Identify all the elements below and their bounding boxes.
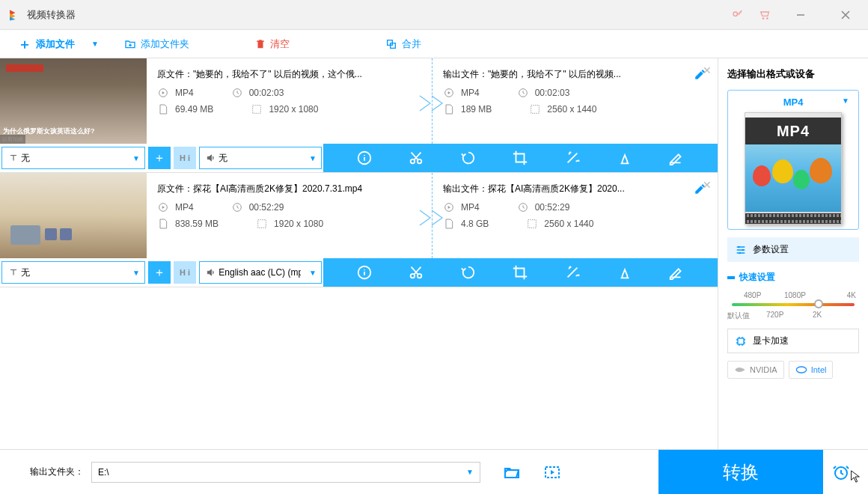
side-panel: 选择输出格式或设备 MP4▼ MP4 参数设置 快速设置 480P [718, 58, 868, 449]
chevron-down-icon: ▼ [842, 97, 849, 105]
add-file-dropdown[interactable]: ▼ [85, 40, 105, 48]
output-folder-select[interactable]: E:\▼ [91, 462, 480, 483]
crop-icon[interactable] [512, 264, 528, 281]
svg-point-14 [738, 246, 740, 248]
source-filename: 探花【AI高清画质2K修复】2020.7.31.mp4 [193, 183, 362, 195]
side-title: 选择输出格式或设备 [727, 67, 859, 81]
sliders-icon [735, 244, 747, 256]
titlebar: 视频转换器 [0, 0, 868, 30]
subtitle-select[interactable]: 无▼ [1, 261, 145, 284]
plus-icon: ＋ [18, 35, 31, 53]
text-icon [8, 153, 19, 163]
remove-item-button[interactable]: ✕ [703, 64, 712, 76]
arrow-divider-icon [418, 94, 445, 112]
output-filename: 探花【AI高清画质2K修复】2020... [488, 183, 625, 195]
info-icon[interactable] [356, 264, 373, 281]
main-toolbar: ＋添加文件 ▼ 添加文件夹 清空 合并 [0, 30, 868, 58]
params-button[interactable]: 参数设置 [727, 237, 859, 262]
key-icon[interactable] [732, 9, 744, 21]
nvidia-icon [734, 365, 746, 374]
thumbnail[interactable]: 为什么俄罗斯女孩英语这么好? 以前拍摄 [0, 58, 147, 144]
add-subtitle-button[interactable]: ＋ [148, 147, 171, 169]
watermark-icon[interactable] [617, 150, 633, 166]
open-folder-icon[interactable] [503, 463, 521, 481]
merge-button[interactable]: 合并 [375, 30, 432, 58]
format-icon [157, 87, 169, 99]
output-folder-label: 输出文件夹： [30, 466, 84, 478]
effects-icon[interactable] [564, 150, 581, 166]
browse-video-icon[interactable] [543, 463, 561, 481]
quality-slider[interactable]: 480P 1080P 4K 默认值 720P 2K [727, 291, 859, 321]
intel-icon [795, 365, 807, 374]
remove-item-button[interactable]: ✕ [703, 179, 712, 191]
nvidia-chip[interactable]: NVIDIA [727, 361, 784, 379]
item-action-bar: 无▼ ＋ H i 无▼ [0, 144, 718, 172]
resolution-icon [251, 103, 263, 115]
add-file-button[interactable]: ＋添加文件 [7, 30, 85, 58]
quick-settings: 快速设置 480P 1080P 4K 默认值 720P 2K [727, 271, 859, 321]
bottom-bar: 输出文件夹： E:\▼ 转换 [0, 449, 868, 494]
chevron-down-icon: ▼ [309, 154, 317, 162]
output-format-card[interactable]: MP4▼ MP4 [727, 90, 859, 230]
bullet-icon [727, 276, 735, 279]
chevron-down-icon: ▼ [466, 468, 474, 476]
clear-button[interactable]: 清空 [245, 30, 300, 58]
format-preview: MP4 [745, 112, 842, 225]
clock-icon [231, 87, 243, 99]
svg-point-18 [796, 367, 806, 373]
cut-icon[interactable] [408, 264, 424, 281]
watermark-icon[interactable] [617, 264, 633, 281]
item-action-bar: 无▼ ＋ H i English aac (LC) (mp▼ [0, 258, 718, 287]
chip-icon [735, 335, 747, 347]
folder-plus-icon [124, 38, 136, 50]
file-icon [157, 103, 169, 115]
intel-chip[interactable]: Intel [789, 361, 834, 379]
add-folder-button[interactable]: 添加文件夹 [114, 30, 200, 58]
source-filename: "她要的，我给不了" 以后的视频，这个俄... [193, 68, 362, 81]
resolution-icon [529, 103, 541, 115]
subtitle-select[interactable]: 无▼ [1, 147, 145, 169]
cart-icon[interactable] [759, 9, 771, 21]
thumbnail[interactable] [0, 173, 147, 258]
hi-toggle-button[interactable]: H i [174, 261, 196, 284]
hi-toggle-button[interactable]: H i [174, 147, 196, 169]
audio-select[interactable]: 无▼ [199, 147, 322, 169]
audio-select[interactable]: English aac (LC) (mp▼ [199, 261, 322, 284]
chevron-down-icon: ▼ [132, 154, 140, 162]
arrow-divider-icon [418, 209, 445, 227]
svg-point-15 [742, 248, 744, 251]
trash-icon [255, 38, 266, 50]
app-title: 视频转换器 [27, 8, 732, 22]
rotate-icon[interactable] [460, 150, 477, 166]
rotate-icon[interactable] [460, 264, 477, 281]
alarm-clock-icon [832, 463, 850, 481]
convert-button[interactable]: 转换 [658, 450, 823, 494]
speaker-icon [206, 153, 216, 163]
effects-icon[interactable] [564, 264, 581, 281]
svg-rect-17 [738, 338, 744, 344]
file-list: 为什么俄罗斯女孩英语这么好? 以前拍摄 原文件："她要的，我给不了" 以后的视频… [0, 58, 718, 449]
merge-icon [385, 38, 397, 50]
gpu-accel-button[interactable]: 显卡加速 [727, 329, 859, 353]
output-filename: "她要的，我给不了" 以后的视频... [488, 68, 621, 81]
cut-icon[interactable] [408, 150, 424, 166]
clock-icon [517, 87, 529, 99]
app-logo-icon [7, 8, 21, 22]
add-subtitle-button[interactable]: ＋ [148, 261, 171, 284]
subtitle-edit-icon[interactable] [668, 264, 685, 281]
schedule-button[interactable] [826, 450, 856, 494]
svg-point-16 [739, 251, 741, 254]
subtitle-edit-icon[interactable] [668, 150, 685, 166]
crop-icon[interactable] [512, 150, 528, 166]
file-item: 原文件：探花【AI高清画质2K修复】2020.7.31.mp4 MP4 00:5… [0, 173, 718, 287]
file-item: 为什么俄罗斯女孩英语这么好? 以前拍摄 原文件："她要的，我给不了" 以后的视频… [0, 58, 718, 173]
info-icon[interactable] [356, 150, 373, 166]
close-button[interactable] [831, 4, 861, 26]
minimize-button[interactable] [786, 4, 816, 26]
